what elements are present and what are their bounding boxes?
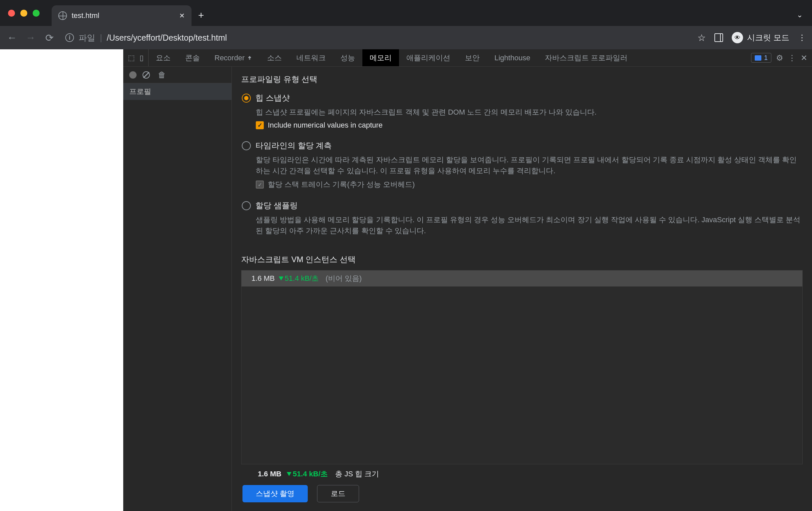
arrow-down-icon [279,277,284,281]
option-desc: 힙 스냅샷 프로필에는 페이지의 자바스크립트 객체 및 관련 DOM 노드 간… [256,107,803,118]
option-title: 힙 스냅샷 [256,93,290,103]
tab-elements[interactable]: 요소 [149,49,178,66]
tab-performance[interactable]: 성능 [333,49,362,66]
address-box[interactable]: i 파일 | /Users/yceffort/Desktop/test.html [62,32,684,43]
radio-allocation-sampling[interactable] [242,201,251,210]
window-zoom-button[interactable] [33,10,40,17]
vm-section-title: 자바스크립트 VM 인스턴스 선택 [241,254,803,265]
checkbox-stack-trace[interactable]: ✓ 할당 스택 트레이스 기록(추가 성능 오버헤드) [256,179,803,190]
trash-icon[interactable]: 🗑 [158,70,166,80]
total-size: 1.6 MB [258,470,282,478]
tab-memory[interactable]: 메모리 [362,49,399,66]
total-rate: 51.4 kB/초 [287,469,328,479]
tab-recorder[interactable]: Recorder⧪ [207,49,260,66]
sidebar-item-profile[interactable]: 프로필 [123,83,231,100]
issues-icon [755,55,761,61]
globe-icon [58,11,67,20]
issues-count: 1 [764,54,768,62]
option-title: 할당 샘플링 [256,200,298,211]
vm-size: 1.6 MB [252,274,275,283]
devtools-close-icon[interactable]: ✕ [801,53,807,63]
issues-badge[interactable]: 1 [751,53,772,63]
reload-button[interactable]: ⟳ [43,32,55,44]
checkbox-label: Include numerical values in capture [268,121,383,130]
tab-application[interactable]: 애플리케이션 [399,49,458,66]
browser-tab-bar: test.html ✕ + ⌄ [0,0,812,26]
inspect-icon[interactable]: ⬚ [128,54,135,62]
browser-menu-icon[interactable]: ⋮ [798,33,806,42]
total-heap-row: 1.6 MB 51.4 kB/초 총 JS 힙 크기 [241,464,803,484]
option-heap-snapshot[interactable]: 힙 스냅샷 힙 스냅샷 프로필에는 페이지의 자바스크립트 객체 및 관련 DO… [241,93,803,130]
tab-sources[interactable]: 소스 [260,49,289,66]
load-button[interactable]: 로드 [317,485,359,502]
page-content [0,49,123,511]
new-tab-button[interactable]: + [198,10,204,21]
browser-tab[interactable]: test.html ✕ [52,5,192,26]
checkbox-icon[interactable]: ✓ [256,180,264,189]
tab-security[interactable]: 보안 [458,49,487,66]
record-button[interactable] [129,71,137,79]
site-info-icon[interactable]: i [65,33,74,42]
incognito-label: 시크릿 모드 [747,32,789,43]
incognito-icon: 👁 [732,32,743,43]
close-icon[interactable]: ✕ [179,12,185,20]
tab-js-profiler[interactable]: 자바스크립트 프로파일러 [538,49,635,66]
take-snapshot-button[interactable]: 스냅샷 촬영 [242,485,308,502]
back-button[interactable]: ← [6,32,18,43]
option-allocation-timeline[interactable]: 타임라인의 할당 계측 할당 타임라인은 시간에 따라 계측된 자바스크립트 메… [241,140,803,190]
checkbox-include-numerical[interactable]: ✓ Include numerical values in capture [256,121,803,130]
bookmark-icon[interactable]: ☆ [697,32,706,43]
beaker-icon: ⧪ [247,55,253,61]
devtools-tabs: ⬚ ▯ 요소 콘솔 Recorder⧪ 소스 네트워크 성능 메모리 애플리케이… [123,49,812,67]
vm-instance-row[interactable]: 1.6 MB 51.4 kB/초 (비어 있음) [241,271,802,286]
incognito-indicator[interactable]: 👁 시크릿 모드 [732,32,789,43]
total-label: 총 JS 힙 크기 [335,469,379,479]
radio-heap-snapshot[interactable] [242,94,251,103]
vm-rate: 51.4 kB/초 [279,274,319,283]
address-scheme: 파일 [79,32,95,43]
window-controls [8,10,40,17]
tab-console[interactable]: 콘솔 [178,49,207,66]
checkbox-icon[interactable]: ✓ [256,121,264,129]
clear-icon[interactable] [143,71,150,79]
window-minimize-button[interactable] [20,10,27,17]
forward-button[interactable]: → [25,32,37,43]
tab-lighthouse[interactable]: Lighthouse [487,49,538,66]
option-desc: 할당 타임라인은 시간에 따라 계측된 자바스크립트 메모리 할당을 보여줍니다… [256,154,803,176]
window-close-button[interactable] [8,10,15,17]
option-allocation-sampling[interactable]: 할당 샘플링 샘플링 방법을 사용해 메모리 할당을 기록합니다. 이 프로필 … [241,200,803,239]
option-desc: 샘플링 방법을 사용해 메모리 할당을 기록합니다. 이 프로필 유형의 경우 … [256,214,803,236]
gear-icon[interactable]: ⚙ [776,53,783,63]
vm-label: (비어 있음) [325,274,362,283]
radio-allocation-timeline[interactable] [242,141,251,150]
checkbox-label: 할당 스택 트레이스 기록(추가 성능 오버헤드) [268,179,415,190]
arrow-down-icon [287,472,291,476]
vm-instances-list: 1.6 MB 51.4 kB/초 (비어 있음) [241,270,803,464]
tab-title: test.html [71,11,175,20]
profiling-type-title: 프로파일링 유형 선택 [241,74,803,85]
address-path: /Users/yceffort/Desktop/test.html [107,33,227,42]
devtools-menu-icon[interactable]: ⋮ [788,53,796,63]
tabs-dropdown-icon[interactable]: ⌄ [797,11,803,19]
tab-network[interactable]: 네트워크 [289,49,333,66]
side-panel-icon[interactable] [715,33,723,42]
devtools-panel: ⬚ ▯ 요소 콘솔 Recorder⧪ 소스 네트워크 성능 메모리 애플리케이… [123,49,812,511]
device-toolbar-icon[interactable]: ▯ [140,54,144,62]
address-bar: ← → ⟳ i 파일 | /Users/yceffort/Desktop/tes… [0,26,812,49]
profiles-sidebar: 🗑 프로필 [123,67,232,511]
option-title: 타임라인의 할당 계측 [256,140,332,151]
